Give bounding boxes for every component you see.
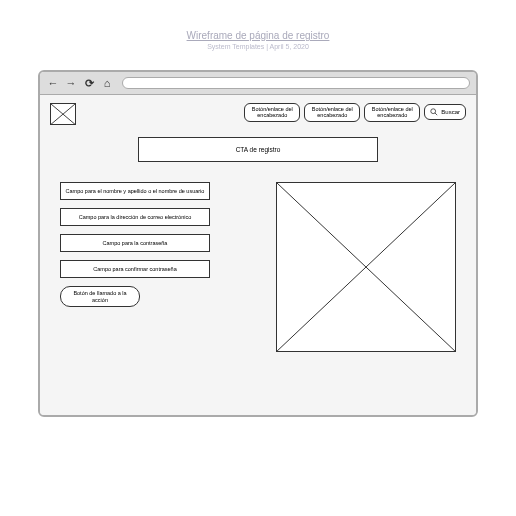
- search-input[interactable]: Buscar: [424, 104, 466, 120]
- doc-title: Wireframe de página de registro: [187, 30, 330, 41]
- logo-placeholder: [50, 103, 76, 125]
- header-link[interactable]: Botón/enlace del encabezado: [304, 103, 360, 122]
- image-placeholder: [276, 182, 456, 352]
- header-link[interactable]: Botón/enlace del encabezado: [364, 103, 420, 122]
- home-icon[interactable]: ⌂: [100, 76, 114, 90]
- cta-banner: CTA de registro: [138, 137, 378, 162]
- forward-icon[interactable]: →: [64, 76, 78, 90]
- url-bar[interactable]: [122, 77, 470, 89]
- search-label: Buscar: [441, 109, 460, 115]
- header-link[interactable]: Botón/enlace del encabezado: [244, 103, 300, 122]
- doc-meta: System Templates | April 5, 2020: [207, 43, 309, 50]
- header-row: Botón/enlace del encabezado Botón/enlace…: [50, 103, 466, 125]
- page-content: Botón/enlace del encabezado Botón/enlace…: [40, 95, 476, 415]
- search-icon: [430, 108, 438, 116]
- header-right: Botón/enlace del encabezado Botón/enlace…: [244, 103, 466, 122]
- form-column: Campo para el nombre y apellido o el nom…: [60, 182, 210, 352]
- content-row: Campo para el nombre y apellido o el nom…: [50, 182, 466, 352]
- submit-button[interactable]: Botón de llamado a la acción: [60, 286, 140, 307]
- browser-window: ← → ⟳ ⌂ Botón/enlace del encabezado Botó…: [38, 70, 478, 417]
- svg-point-2: [431, 109, 436, 114]
- email-field[interactable]: Campo para la dirección de correo electr…: [60, 208, 210, 226]
- name-field[interactable]: Campo para el nombre y apellido o el nom…: [60, 182, 210, 200]
- svg-line-3: [435, 113, 437, 115]
- back-icon[interactable]: ←: [46, 76, 60, 90]
- browser-toolbar: ← → ⟳ ⌂: [40, 72, 476, 95]
- reload-icon[interactable]: ⟳: [82, 76, 96, 90]
- confirm-password-field[interactable]: Campo para confirmar contraseña: [60, 260, 210, 278]
- password-field[interactable]: Campo para la contraseña: [60, 234, 210, 252]
